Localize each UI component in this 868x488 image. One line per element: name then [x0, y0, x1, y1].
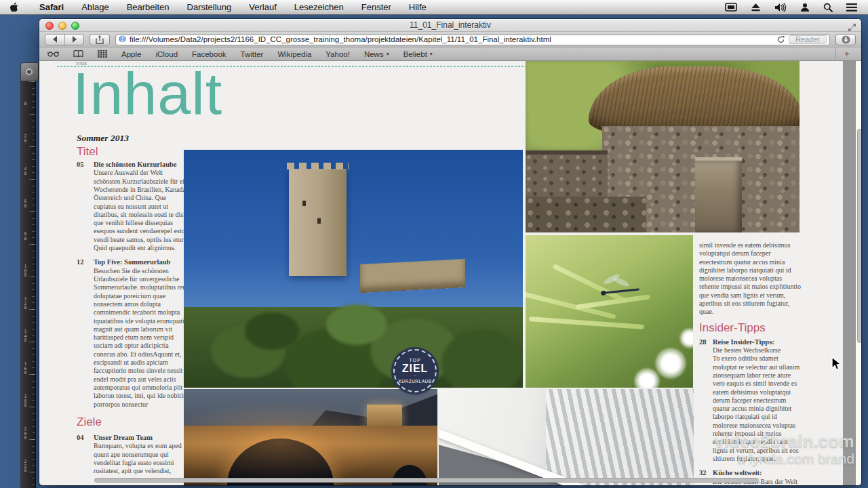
bookmark-apple[interactable]: Apple — [121, 50, 141, 58]
bookmark-label: Beliebt — [403, 50, 427, 58]
toc-entry-title: Die schönsten Kurzurlaube — [94, 161, 189, 169]
watermark: video2brain.com a lynda.com brand — [715, 432, 854, 468]
tree-blob — [326, 304, 387, 345]
badge-ornament: ~ — [414, 374, 416, 378]
apple-menu-icon[interactable] — [9, 2, 18, 12]
menu-safari[interactable]: Safari — [31, 0, 73, 15]
white-flower — [679, 328, 693, 348]
warm-light-glow — [184, 389, 437, 485]
photo-cable-bridge — [439, 389, 694, 485]
photo-night-bridge — [184, 389, 437, 485]
issue-subtitle: Sommer 2013 — [77, 133, 129, 144]
menu-darstellung[interactable]: Darstellung — [178, 0, 241, 15]
toc-entry: 12 Top Five: Sommerurlaub Besuchen Sie d… — [77, 258, 189, 408]
title-bar[interactable]: 11_01_Final_interaktiv — [39, 19, 861, 32]
bookmark-label: Wikipedia — [277, 50, 311, 58]
ruler-label: 20 — [23, 134, 28, 143]
ruler-label: 100 — [23, 264, 28, 278]
section-heading-insider-tipps: Insider-Tipps — [699, 321, 802, 335]
reader-button[interactable]: Reader — [789, 35, 827, 44]
photo-stone-hut — [526, 61, 800, 232]
address-bar[interactable]: file:///Volumes/Data2/projects2/1166_ID_… — [115, 34, 830, 45]
close-button[interactable] — [45, 22, 54, 30]
bookmark-twitter[interactable]: Twitter — [241, 50, 264, 58]
photo-castle-tower — [184, 150, 523, 388]
notification-list-icon[interactable] — [846, 3, 857, 12]
hut-foreground-wall — [526, 197, 646, 232]
menu-verlauf[interactable]: Verlauf — [240, 0, 285, 15]
history-nav-group — [45, 34, 84, 45]
toc-entry-page-number: 12 — [77, 258, 94, 266]
toc-entry-body: Unsere Auswahl der Welt schönsten Kurzur… — [94, 169, 189, 252]
background-app-ruler: 0 20 40 60 80 100 120 140 160 180 200 22… — [20, 81, 36, 488]
vertical-scrollbar-thumb[interactable] — [857, 129, 861, 343]
minimize-button[interactable] — [58, 22, 66, 30]
bookmark-label: Apple — [121, 50, 141, 58]
bookmark-facebook[interactable]: Facebook — [192, 50, 226, 58]
toc-entry-title: Küche weltweit: — [713, 469, 802, 477]
menu-lesezeichen[interactable]: Lesezeichen — [285, 0, 353, 15]
ruler-label: 180 — [23, 394, 28, 408]
eject-icon[interactable] — [751, 3, 761, 12]
hut-annex — [526, 150, 608, 197]
bookmark-label: Twitter — [241, 50, 264, 58]
back-button[interactable] — [45, 35, 64, 45]
section-heading-ziele: Ziele — [77, 415, 189, 429]
ruler-label: 60 — [23, 199, 28, 208]
display-icon[interactable] — [725, 3, 737, 12]
top-sites-grid-icon[interactable] — [98, 50, 107, 58]
watermark-line1: video2brain.com — [715, 432, 854, 450]
bookmarks-book-icon[interactable] — [73, 50, 83, 58]
page-edge-gray — [843, 61, 856, 485]
photo-dragonfly — [526, 235, 693, 388]
fullscreen-icon[interactable] — [848, 22, 856, 34]
window-title: 11_01_Final_interaktiv — [410, 20, 491, 30]
toc-left-column: 05 Die schönsten Kurzurlaube Unsere Ausw… — [77, 161, 189, 481]
top-ziel-badge: TOP ZIEL ~ KURZURLAUB — [393, 349, 437, 392]
bookmark-icloud[interactable]: iCloud — [155, 50, 178, 58]
leaf-blade — [529, 317, 644, 329]
search-icon[interactable] — [823, 3, 833, 12]
reload-icon[interactable] — [777, 36, 785, 43]
toc-entry: 05 Die schönsten Kurzurlaube Unsere Ausw… — [77, 161, 189, 252]
page-title: Inhalt — [73, 62, 222, 125]
horizontal-scrollbar-thumb[interactable] — [94, 478, 759, 483]
bridge-cables — [546, 389, 694, 485]
badge-main-label: ZIEL — [402, 363, 429, 374]
dragonfly-wing — [612, 276, 631, 288]
bookmark-label: News — [364, 50, 384, 58]
zoom-button[interactable] — [71, 22, 79, 30]
reading-list-glasses-icon[interactable] — [47, 51, 59, 57]
user-icon[interactable] — [800, 3, 810, 12]
new-tab-button[interactable]: + — [835, 47, 853, 60]
menu-ablage[interactable]: Ablage — [73, 0, 117, 15]
share-button[interactable] — [90, 34, 110, 45]
downloads-button[interactable] — [835, 34, 856, 45]
page-viewport: Inhalt Inhalt Sommer 2013 Titel 05 Die s… — [39, 61, 861, 485]
menu-bar: Safari Ablage Bearbeiten Darstellung Ver… — [0, 0, 868, 15]
ruler-label: 220 — [23, 460, 28, 473]
forward-button[interactable] — [64, 35, 83, 45]
white-flower — [655, 348, 686, 379]
bookmark-label: Facebook — [192, 50, 226, 58]
browser-toolbar: file:///Volumes/Data2/projects2/1166_ID_… — [39, 32, 861, 47]
bookmark-yahoo[interactable]: Yahoo! — [326, 50, 350, 58]
url-text[interactable]: file:///Volumes/Data2/projects2/1166_ID_… — [130, 35, 773, 43]
ruler-label: 0 — [23, 102, 28, 106]
mouse-cursor — [831, 357, 843, 374]
menu-hilfe[interactable]: Hilfe — [400, 0, 435, 15]
background-app-panel-tab — [20, 62, 39, 81]
toc-entry-title: Top Five: Sommerurlaub — [94, 258, 189, 266]
panel-knob-icon — [26, 68, 33, 75]
menu-bearbeiten[interactable]: Bearbeiten — [118, 0, 178, 15]
volume-icon[interactable] — [774, 3, 787, 12]
bookmark-folder-news[interactable]: News▾ — [364, 50, 389, 58]
toc-entry-subtitle: Die besten Wechselkurse — [713, 346, 802, 354]
safari-window: 11_01_Final_interaktiv file:///Volumes/D… — [39, 19, 861, 485]
bookmark-folder-beliebt[interactable]: Beliebt▾ — [403, 50, 433, 58]
toc-entry-title: Unser Dream Team — [94, 434, 189, 442]
bookmark-wikipedia[interactable]: Wikipedia — [277, 50, 311, 58]
menu-fenster[interactable]: Fenster — [353, 0, 400, 15]
toc-entry-page-number: 04 — [77, 434, 94, 442]
ruler-label: 40 — [23, 167, 28, 176]
